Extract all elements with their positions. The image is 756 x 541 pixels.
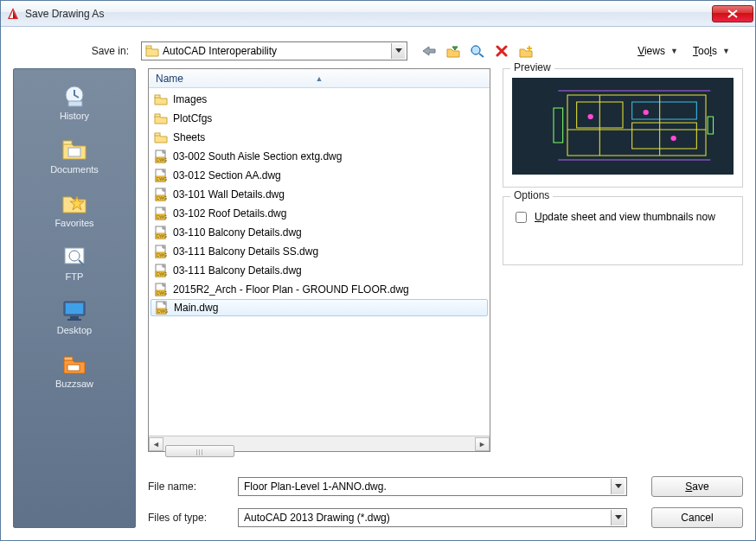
dwg-file-icon: DWG bbox=[154, 264, 168, 277]
file-row[interactable]: DWG2015R2_Arch - Floor Plan - GROUND FLO… bbox=[149, 280, 490, 299]
file-name: 03-002 South Aisle Section extg.dwg bbox=[173, 150, 342, 162]
chevron-down-icon[interactable] bbox=[391, 43, 405, 59]
svg-text:DWG: DWG bbox=[157, 157, 167, 162]
documents-icon bbox=[59, 135, 90, 162]
options-title: Options bbox=[510, 189, 553, 201]
file-list-body[interactable]: ImagesPlotCfgsSheetsDWG03-002 South Aisl… bbox=[149, 88, 490, 436]
svg-rect-18 bbox=[64, 357, 73, 360]
file-row[interactable]: DWG03-110 Balcony Details.dwg bbox=[149, 223, 490, 242]
file-row[interactable]: PlotCfgs bbox=[149, 109, 490, 128]
cancel-button[interactable]: Cancel bbox=[651, 507, 743, 528]
file-name: Main.dwg bbox=[174, 302, 218, 314]
filetype-label: Files of type: bbox=[148, 512, 229, 524]
new-folder-button[interactable] bbox=[518, 43, 534, 59]
file-name: 03-101 Wall Details.dwg bbox=[173, 188, 285, 200]
up-one-level-button[interactable] bbox=[445, 43, 461, 59]
file-row[interactable]: DWGMain.dwg bbox=[151, 299, 488, 316]
svg-rect-21 bbox=[155, 114, 160, 117]
close-icon bbox=[727, 10, 738, 18]
file-list[interactable]: Name ▲ ImagesPlotCfgsSheetsDWG03-002 Sou… bbox=[148, 68, 490, 452]
folder-icon bbox=[154, 130, 168, 144]
scroll-right-arrow[interactable]: ► bbox=[475, 437, 490, 451]
svg-text:DWG: DWG bbox=[157, 195, 167, 200]
close-button[interactable] bbox=[712, 5, 753, 22]
place-item-desktop[interactable]: Desktop bbox=[14, 292, 135, 342]
filename-value: Floor Plan-Level 1-ANNO.dwg. bbox=[244, 481, 607, 493]
chevron-down-icon[interactable]: ▼ bbox=[722, 47, 731, 55]
file-row[interactable]: DWG03-111 Balcony Details SS.dwg bbox=[149, 242, 490, 261]
scroll-thumb[interactable] bbox=[165, 445, 234, 457]
savein-label: Save in: bbox=[13, 45, 136, 57]
filetype-row: Files of type: AutoCAD 2013 Drawing (*.d… bbox=[148, 507, 743, 528]
column-header-name[interactable]: Name ▲ bbox=[149, 69, 490, 88]
dwg-file-icon: DWG bbox=[154, 226, 168, 239]
svg-text:DWG: DWG bbox=[157, 214, 167, 220]
dwg-file-icon: DWG bbox=[154, 169, 168, 182]
file-row[interactable]: Sheets bbox=[149, 128, 490, 147]
svg-marker-4 bbox=[395, 48, 402, 53]
file-row[interactable]: Images bbox=[149, 90, 490, 109]
chevron-down-icon[interactable]: ▼ bbox=[670, 47, 679, 55]
search-web-button[interactable] bbox=[470, 43, 485, 59]
savein-combo[interactable]: AutoCAD Interoperability bbox=[141, 41, 407, 60]
filename-input[interactable]: Floor Plan-Level 1-ANNO.dwg. bbox=[238, 477, 627, 496]
file-name: 2015R2_Arch - Floor Plan - GROUND FLOOR.… bbox=[173, 283, 409, 296]
preview-group: Preview bbox=[503, 68, 743, 188]
place-item-buzzsaw[interactable]: Buzzsaw bbox=[14, 346, 135, 396]
file-name: PlotCfgs bbox=[173, 112, 212, 124]
column-header-label: Name bbox=[156, 73, 183, 85]
filetype-combo[interactable]: AutoCAD 2013 Drawing (*.dwg) bbox=[238, 508, 627, 527]
buzzsaw-icon bbox=[59, 349, 90, 377]
back-button[interactable] bbox=[421, 43, 437, 59]
options-group: Options Update sheet and view thumbnails… bbox=[503, 196, 743, 265]
right-column: Preview bbox=[503, 68, 743, 452]
folder-icon bbox=[154, 92, 168, 106]
svg-marker-74 bbox=[615, 484, 622, 488]
savein-row: Save in: AutoCAD Interoperability bbox=[13, 39, 743, 63]
filename-row: File name: Floor Plan-Level 1-ANNO.dwg. … bbox=[148, 476, 743, 497]
horizontal-scrollbar[interactable]: ◄ ► bbox=[149, 436, 490, 451]
chevron-down-icon[interactable] bbox=[611, 479, 625, 494]
bottom-rows: File name: Floor Plan-Level 1-ANNO.dwg. … bbox=[148, 452, 743, 528]
dwg-file-icon: DWG bbox=[154, 150, 168, 163]
place-item-ftp[interactable]: FTP bbox=[14, 239, 135, 289]
main-row: HistoryDocumentsFavoritesFTPDesktopBuzzs… bbox=[13, 68, 743, 528]
svg-text:DWG: DWG bbox=[157, 176, 167, 181]
scroll-left-arrow[interactable]: ◄ bbox=[149, 437, 163, 451]
dwg-file-icon: DWG bbox=[154, 188, 168, 201]
delete-button[interactable] bbox=[494, 43, 509, 59]
place-item-documents[interactable]: Documents bbox=[14, 131, 135, 181]
place-label: Buzzsaw bbox=[55, 379, 93, 389]
update-thumbnails-label[interactable]: Update sheet and view thumbnails now bbox=[535, 211, 715, 223]
svg-text:DWG: DWG bbox=[157, 290, 167, 296]
svg-rect-3 bbox=[146, 46, 151, 48]
place-label: Favorites bbox=[54, 218, 93, 228]
titlebar: Save Drawing As bbox=[1, 1, 755, 27]
place-label: Documents bbox=[50, 164, 99, 175]
place-label: FTP bbox=[66, 271, 84, 282]
places-bar: HistoryDocumentsFavoritesFTPDesktopBuzzs… bbox=[13, 68, 136, 528]
save-button[interactable]: Save bbox=[651, 476, 743, 497]
svg-rect-20 bbox=[155, 95, 160, 98]
ftp-icon bbox=[59, 242, 90, 270]
svg-point-67 bbox=[587, 114, 593, 119]
svg-rect-22 bbox=[155, 133, 160, 136]
save-drawing-as-dialog: Save Drawing As Save in: AutoCAD Interop… bbox=[0, 0, 756, 541]
file-row[interactable]: DWG03-012 Section AA.dwg bbox=[149, 166, 490, 185]
file-row[interactable]: DWG03-111 Balcony Details.dwg bbox=[149, 261, 490, 280]
file-name: Images bbox=[173, 93, 207, 105]
tools-menu[interactable]: Tools bbox=[691, 45, 719, 57]
place-item-history[interactable]: History bbox=[14, 78, 135, 128]
views-menu[interactable]: Views bbox=[636, 45, 667, 57]
svg-rect-17 bbox=[67, 319, 81, 321]
file-row[interactable]: DWG03-101 Wall Details.dwg bbox=[149, 185, 490, 204]
file-row[interactable]: DWG03-002 South Aisle Section extg.dwg bbox=[149, 147, 490, 166]
file-row[interactable]: DWG03-102 Roof Details.dwg bbox=[149, 204, 490, 223]
desktop-icon bbox=[59, 296, 90, 323]
chevron-down-icon[interactable] bbox=[611, 510, 625, 525]
update-thumbnails-checkbox[interactable] bbox=[516, 212, 527, 223]
dwg-file-icon: DWG bbox=[154, 283, 168, 296]
place-item-favorites[interactable]: Favorites bbox=[14, 185, 135, 235]
file-panels: Name ▲ ImagesPlotCfgsSheetsDWG03-002 Sou… bbox=[148, 68, 743, 452]
svg-text:DWG: DWG bbox=[157, 271, 167, 277]
